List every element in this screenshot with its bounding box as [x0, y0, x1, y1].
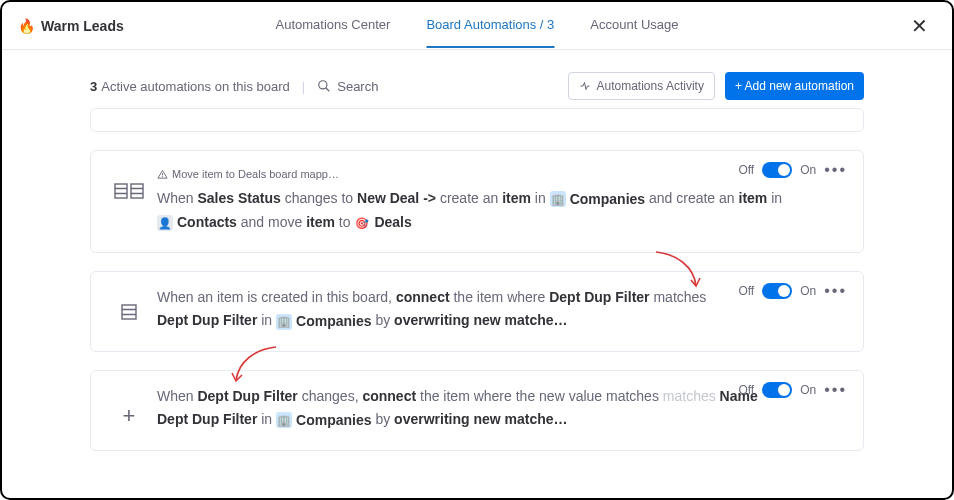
text-faded: matches [663, 388, 716, 404]
text: in [261, 411, 272, 427]
card-gutter [109, 286, 149, 320]
card-gutter: + [109, 385, 149, 429]
warning-icon [157, 169, 168, 180]
text: New Deal -> [357, 190, 436, 206]
tab-automations-center[interactable]: Automations Center [276, 3, 391, 48]
text: Contacts [177, 211, 237, 234]
text: changes to [285, 190, 354, 206]
automation-card[interactable]: Move item to Deals board mapp… When Sale… [90, 150, 864, 253]
automation-toggle[interactable] [762, 162, 792, 178]
svg-rect-2 [115, 184, 127, 198]
toggle-off-label: Off [738, 284, 754, 298]
automations-activity-button[interactable]: Automations Activity [568, 72, 715, 100]
text: Dept Dup Filter [157, 411, 257, 427]
automation-toggle[interactable] [762, 283, 792, 299]
card-menu-icon[interactable]: ••• [824, 381, 847, 399]
text: and create an [649, 190, 735, 206]
svg-rect-5 [131, 184, 143, 198]
automation-card[interactable]: + When Dept Dup Filter changes, connect … [90, 370, 864, 451]
active-count-label: Active automations on this board [101, 79, 290, 94]
text: and move [241, 214, 302, 230]
svg-line-1 [326, 88, 330, 92]
board-chip-deals: 🎯Deals [354, 211, 411, 234]
text: by [375, 411, 390, 427]
text: Sales Status [197, 190, 280, 206]
text: in [261, 312, 272, 328]
text: connect [396, 289, 450, 305]
board-name: Warm Leads [41, 18, 124, 34]
board-icon: 🏢 [276, 314, 292, 330]
automation-list: Move item to Deals board mapp… When Sale… [2, 108, 952, 471]
card-menu-icon[interactable]: ••• [824, 282, 847, 300]
card-menu-icon[interactable]: ••• [824, 161, 847, 179]
board-chip-companies: 🏢Companies [550, 188, 645, 211]
text: to [339, 214, 351, 230]
fire-icon: 🔥 [18, 18, 35, 34]
cardtype-icon [121, 304, 137, 320]
automation-card[interactable]: When an item is created in this board, c… [90, 271, 864, 352]
topbar: 🔥 Warm Leads Automations Center Board Au… [2, 2, 952, 50]
text: overwriting new matche… [394, 312, 567, 328]
svg-rect-10 [122, 305, 136, 319]
add-automation-button[interactable]: + Add new automation [725, 72, 864, 100]
text: create an [440, 190, 498, 206]
text: Dept Dup Filter [197, 388, 297, 404]
text: connect [362, 388, 416, 404]
text: in [535, 190, 546, 206]
text: by [375, 312, 390, 328]
board-title: 🔥 Warm Leads [18, 18, 124, 34]
text: changes, [302, 388, 359, 404]
text: When [157, 388, 194, 404]
text: Deals [374, 211, 411, 234]
board-icon: 🎯 [354, 215, 370, 231]
close-icon[interactable]: ✕ [903, 10, 936, 42]
text: When an item is created in this board, [157, 289, 392, 305]
text: item [306, 214, 335, 230]
toggle-on-label: On [800, 284, 816, 298]
text: Dept Dup Filter [549, 289, 649, 305]
text: When [157, 190, 194, 206]
svg-point-0 [319, 81, 327, 89]
toggle-off-label: Off [738, 383, 754, 397]
activity-label: Automations Activity [597, 79, 704, 93]
text: in [771, 190, 782, 206]
text: item [502, 190, 531, 206]
plus-icon: + [123, 403, 136, 429]
search-button[interactable]: Search [317, 79, 378, 94]
board-icon: 🏢 [550, 191, 566, 207]
text: the item where the new value matches [420, 388, 659, 404]
text: the item where [453, 289, 545, 305]
board-icon: 👤 [157, 215, 173, 231]
text: Companies [296, 409, 371, 432]
board-icon: 🏢 [276, 412, 292, 428]
text: Companies [296, 310, 371, 333]
text: matches [653, 289, 706, 305]
text: Dept Dup Filter [157, 312, 257, 328]
tabs: Automations Center Board Automations / 3… [276, 3, 679, 48]
search-label: Search [337, 79, 378, 94]
activity-icon [579, 80, 591, 92]
board-chip-companies: 🏢Companies [276, 409, 371, 432]
cardtype-icon [114, 183, 144, 199]
text: Companies [570, 188, 645, 211]
separator: | [302, 79, 305, 94]
search-icon [317, 79, 331, 93]
toggle-on-label: On [800, 383, 816, 397]
card-controls: Off On ••• [738, 161, 847, 179]
card-controls: Off On ••• [738, 381, 847, 399]
board-chip-contacts: 👤Contacts [157, 211, 237, 234]
automation-toggle[interactable] [762, 382, 792, 398]
text: overwriting new matche… [394, 411, 567, 427]
automation-card-truncated[interactable] [90, 108, 864, 132]
card-controls: Off On ••• [738, 282, 847, 300]
toggle-on-label: On [800, 163, 816, 177]
tab-board-automations[interactable]: Board Automations / 3 [426, 3, 554, 48]
active-count: 3 [90, 79, 97, 94]
warning-text: Move item to Deals board mapp… [172, 165, 339, 183]
card-gutter [109, 165, 149, 199]
text: item [739, 190, 768, 206]
subheader: 3 Active automations on this board | Sea… [2, 50, 952, 108]
board-chip-companies: 🏢Companies [276, 310, 371, 333]
toggle-off-label: Off [738, 163, 754, 177]
tab-account-usage[interactable]: Account Usage [590, 3, 678, 48]
